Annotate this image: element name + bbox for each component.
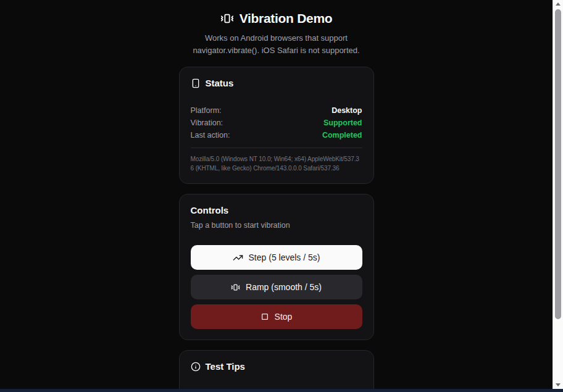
status-card-title: Status xyxy=(206,78,234,89)
status-card: Status Platform: Desktop Vibration: Supp… xyxy=(179,67,374,184)
status-row-last-action: Last action: Completed xyxy=(191,131,362,140)
stop-square-icon xyxy=(261,312,269,321)
vibration-value: Supported xyxy=(323,119,362,127)
scrollbar-down-button[interactable] xyxy=(553,381,563,389)
stop-button-label: Stop xyxy=(275,312,293,321)
last-action-label: Last action: xyxy=(191,131,230,140)
page-subtitle: Works on Android browsers that support n… xyxy=(191,32,362,57)
vibration-label: Vibration: xyxy=(191,119,223,127)
vertical-scrollbar[interactable] xyxy=(553,0,563,389)
step-button[interactable]: Step (5 levels / 5s) xyxy=(191,245,362,270)
platform-value: Desktop xyxy=(332,106,362,115)
page-title-row: Vibration Demo xyxy=(179,10,374,27)
status-row-vibration: Vibration: Supported xyxy=(191,119,362,127)
page-title: Vibration Demo xyxy=(240,10,333,27)
status-rows: Platform: Desktop Vibration: Supported L… xyxy=(191,106,362,140)
user-agent-text: Mozilla/5.0 (Windows NT 10.0; Win64; x64… xyxy=(191,154,362,173)
ramp-button-label: Ramp (smooth / 5s) xyxy=(246,283,322,291)
vibrate-phone-icon xyxy=(220,12,234,25)
status-divider xyxy=(191,148,362,148)
tips-card-title: Test Tips xyxy=(206,361,245,372)
page-viewport: Vibration Demo Works on Android browsers… xyxy=(0,0,553,389)
ramp-button[interactable]: Ramp (smooth / 5s) xyxy=(191,275,362,299)
taskbar-edge xyxy=(0,389,563,392)
tips-card-header: Test Tips xyxy=(191,361,362,372)
scroll-up-arrow-icon xyxy=(556,2,561,6)
trending-up-icon xyxy=(233,252,243,263)
platform-label: Platform: xyxy=(191,106,222,115)
controls-card-header: Controls xyxy=(191,205,362,216)
status-row-platform: Platform: Desktop xyxy=(191,106,362,115)
scroll-down-arrow-icon xyxy=(556,383,561,386)
smartphone-icon xyxy=(191,78,201,88)
vibrate-icon xyxy=(231,283,240,292)
controls-card-title: Controls xyxy=(191,205,229,216)
page-header: Vibration Demo Works on Android browsers… xyxy=(179,10,374,57)
info-icon xyxy=(191,362,201,372)
scrollbar-up-button[interactable] xyxy=(553,0,563,8)
status-card-header: Status xyxy=(191,78,362,89)
stop-button[interactable]: Stop xyxy=(191,304,362,329)
controls-card-subtitle: Tap a button to start vibration xyxy=(191,221,362,230)
step-button-label: Step (5 levels / 5s) xyxy=(249,253,320,262)
controls-button-group: Step (5 levels / 5s) Ramp (smooth / 5s) xyxy=(191,245,362,329)
content-column: Vibration Demo Works on Android browsers… xyxy=(179,0,374,389)
scrollbar-thumb[interactable] xyxy=(555,9,561,319)
test-tips-card: Test Tips ● Must be served over HTTPS (V… xyxy=(179,350,374,389)
controls-card: Controls Tap a button to start vibration… xyxy=(179,194,374,340)
last-action-value: Completed xyxy=(322,131,362,140)
